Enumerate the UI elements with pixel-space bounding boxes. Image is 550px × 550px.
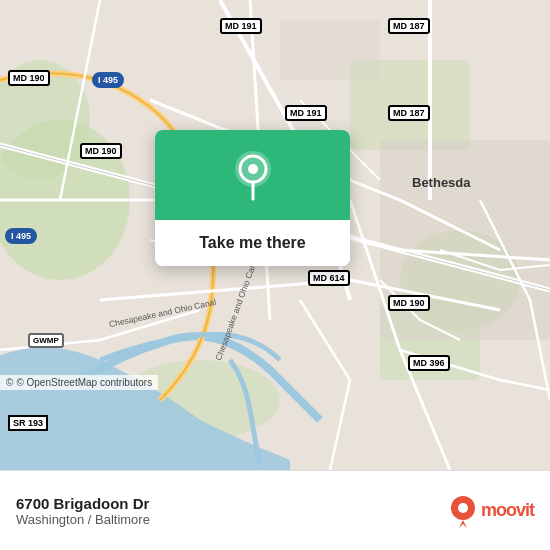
info-bar: 6700 Brigadoon Dr Washington / Baltimore… [0, 470, 550, 550]
address-section: 6700 Brigadoon Dr Washington / Baltimore [16, 495, 150, 527]
road-badge-sr193: SR 193 [8, 415, 48, 431]
road-badge-md396: MD 396 [408, 355, 450, 371]
copyright-icon: © [6, 377, 13, 388]
map-container: MD 191 MD 187 MD 190 I 495 MD 191 MD 187… [0, 0, 550, 470]
moovit-logo: moovit [449, 494, 534, 528]
popup-header [155, 130, 350, 220]
address-text: 6700 Brigadoon Dr [16, 495, 150, 512]
road-badge-md190-bot: MD 190 [388, 295, 430, 311]
copyright-bar: © © OpenStreetMap contributors [0, 375, 158, 390]
popup-card: Take me there [155, 130, 350, 266]
road-badge-md191-mid: MD 191 [285, 105, 327, 121]
road-badge-md614: MD 614 [308, 270, 350, 286]
moovit-logo-icon [449, 494, 477, 528]
road-badge-i495-left: I 495 [5, 228, 37, 244]
city-text: Washington / Baltimore [16, 512, 150, 527]
svg-point-13 [458, 503, 468, 513]
location-pin-icon [231, 149, 275, 201]
road-badge-md187-mid: MD 187 [388, 105, 430, 121]
copyright-text: © OpenStreetMap contributors [16, 377, 152, 388]
svg-point-11 [248, 164, 258, 174]
road-badge-i495-top: I 495 [92, 72, 124, 88]
bethesda-label: Bethesda [412, 175, 471, 190]
road-badge-md190-mid: MD 190 [80, 143, 122, 159]
svg-rect-8 [280, 20, 380, 80]
road-badge-md187-top: MD 187 [388, 18, 430, 34]
moovit-text: moovit [481, 500, 534, 521]
road-badge-gwmp: GWMP [28, 333, 64, 348]
road-badge-md190-left: MD 190 [8, 70, 50, 86]
take-me-there-button[interactable]: Take me there [155, 220, 350, 266]
road-badge-md191-top: MD 191 [220, 18, 262, 34]
